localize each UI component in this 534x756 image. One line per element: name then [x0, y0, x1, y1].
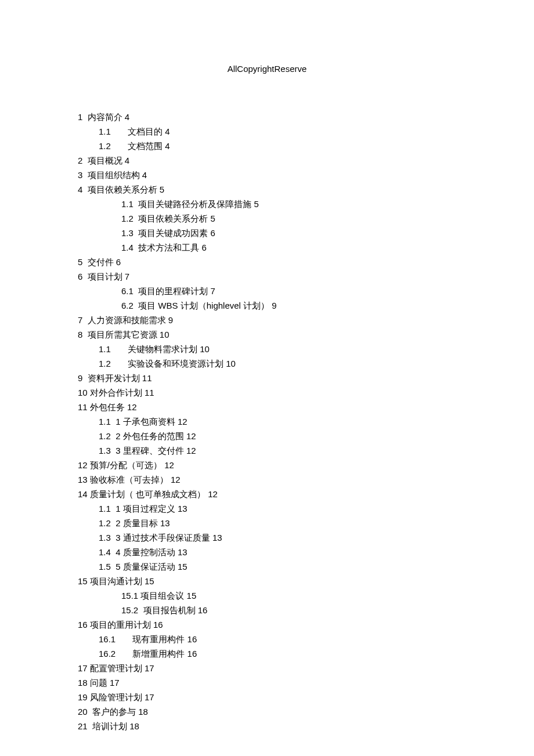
toc-text: 关键物料需求计划 [128, 344, 197, 354]
toc-number: 1.2 [99, 139, 111, 153]
toc-page: 9 [168, 315, 173, 325]
toc-number: 16.1 [99, 632, 116, 646]
toc-entry: 6.2 项目 WBS 计划（highlevel 计划） 9 [121, 298, 534, 313]
toc-number: 1 [78, 110, 82, 124]
toc-page: 16 [198, 605, 208, 615]
toc-text: 交付件 [88, 257, 114, 267]
toc-text: 对外合作计划 [90, 388, 142, 397]
toc-entry: 1.2 文档范围 4 [99, 139, 534, 153]
toc-number: 12 [78, 458, 88, 472]
toc-text: 新增重用构件 [132, 649, 185, 659]
toc-entry: 1.2 2 质量目标 13 [99, 516, 534, 530]
toc-page: 5 [210, 214, 215, 223]
toc-entry: 17 配置管理计划 17 [78, 661, 534, 675]
toc-number: 1.1 [121, 197, 134, 211]
toc-entry: 12 预算/分配（可选） 12 [78, 458, 534, 472]
toc-text: 项目关键成功因素 [138, 228, 208, 238]
toc-entry: 4 项目依赖关系分析 5 [78, 182, 534, 197]
toc-page: 18 [138, 707, 148, 717]
toc-entry: 20 客户的参与 18 [78, 704, 534, 719]
toc-page: 12 [127, 402, 137, 412]
toc-entry: 1.1 1 子承包商资料 12 [99, 414, 534, 429]
toc-text: 资料开发计划 [88, 373, 140, 383]
toc-number: 1.1 [99, 414, 111, 429]
toc-number: 7 [78, 313, 82, 327]
toc-page: 16 [153, 620, 163, 630]
toc-number: 1.3 [121, 226, 134, 240]
toc-page: 4 [125, 112, 129, 122]
toc-number: 15 [78, 574, 88, 588]
toc-text: 3 里程碑、交付件 [116, 446, 184, 455]
toc-number: 1.2 [99, 356, 111, 371]
toc-page: 10 [200, 344, 210, 354]
toc-text: 风险管理计划 [90, 692, 142, 702]
toc-entry: 2 项目概况 4 [78, 153, 534, 168]
toc-page: 12 [186, 446, 196, 455]
toc-text: 1 子承包商资料 [116, 417, 175, 426]
toc-page: 16 [187, 634, 197, 644]
toc-page: 4 [165, 141, 169, 151]
toc-text: 项目组织结构 [88, 170, 140, 180]
toc-text: 项目报告机制 [143, 605, 196, 615]
toc-page: 5 [254, 199, 258, 209]
toc-page: 17 [145, 692, 154, 702]
toc-number: 14 [78, 487, 88, 501]
toc-text: 2 质量目标 [116, 518, 158, 528]
toc-text: 1 项目过程定义 [116, 504, 175, 513]
toc-page: 9 [272, 301, 276, 310]
toc-text: 内容简介 [88, 112, 122, 122]
toc-entry: 11 外包任务 12 [78, 400, 534, 414]
toc-entry: 8 项目所需其它资源 10 [78, 327, 534, 342]
toc-number: 17 [78, 661, 88, 675]
toc-entry: 16.1 现有重用构件 16 [99, 632, 534, 646]
toc-page: 16 [187, 649, 197, 659]
toc-number: 1.1 [99, 342, 111, 356]
toc-page: 17 [110, 678, 120, 688]
toc-page: 15 [187, 591, 197, 601]
toc-text: 外包任务 [90, 402, 125, 412]
page-title: AllCopyrightReserve [0, 64, 534, 74]
toc-number: 1.3 [99, 530, 111, 545]
toc-text: 实验设备和环境资源计划 [128, 359, 223, 368]
toc-entry: 10 对外合作计划 11 [78, 385, 534, 400]
toc-entry: 16.2 新增重用构件 16 [99, 646, 534, 661]
toc-text: 项目的里程碑计划 [138, 286, 208, 296]
toc-number: 19 [78, 690, 88, 704]
toc-page: 12 [178, 417, 187, 426]
toc-entry: 15 项目沟通计划 15 [78, 574, 534, 588]
toc-page: 18 [129, 721, 139, 731]
toc-page: 13 [212, 533, 222, 542]
toc-number: 10 [78, 385, 88, 400]
toc-page: 12 [164, 460, 174, 470]
toc-entry: 5 交付件 6 [78, 255, 534, 269]
toc-text: 客户的参与 [92, 707, 136, 717]
toc-page: 13 [178, 547, 187, 557]
toc-page: 4 [165, 126, 169, 136]
toc-page: 12 [208, 489, 218, 499]
toc-page: 6 [116, 257, 121, 267]
toc-number: 1.2 [99, 429, 111, 443]
toc-number: 20 [78, 704, 88, 719]
toc-page: 15 [178, 562, 187, 571]
toc-entry: 9 资料开发计划 11 [78, 371, 534, 385]
toc-entry: 1.4 4 质量控制活动 13 [99, 545, 534, 559]
toc-text: 配置管理计划 [90, 663, 142, 673]
toc-page: 4 [125, 155, 129, 165]
toc-entry: 16 项目的重用计划 16 [78, 617, 534, 632]
toc-entry: 15.1 项目组会议 15 [121, 588, 534, 603]
toc-entry: 1.1 关键物料需求计划 10 [99, 342, 534, 356]
toc-page: 12 [171, 475, 181, 484]
toc-page: 13 [160, 518, 170, 528]
toc-page: 10 [160, 330, 169, 339]
toc-number: 6 [78, 269, 82, 284]
toc-page: 7 [125, 272, 129, 281]
toc-entry: 1.3 3 里程碑、交付件 12 [99, 443, 534, 458]
toc-number: 15.1 [121, 588, 138, 603]
toc-entry: 1.4 技术方法和工具 6 [121, 240, 534, 255]
toc-number: 3 [78, 168, 82, 182]
table-of-contents: 1 内容简介 41.1 文档目的 41.2 文档范围 42 项目概况 43 项目… [78, 110, 534, 733]
toc-number: 1.4 [121, 240, 134, 255]
toc-entry: 1.2 项目依赖关系分析 5 [121, 211, 534, 226]
toc-number: 1.2 [121, 211, 134, 226]
toc-entry: 6 项目计划 7 [78, 269, 534, 284]
